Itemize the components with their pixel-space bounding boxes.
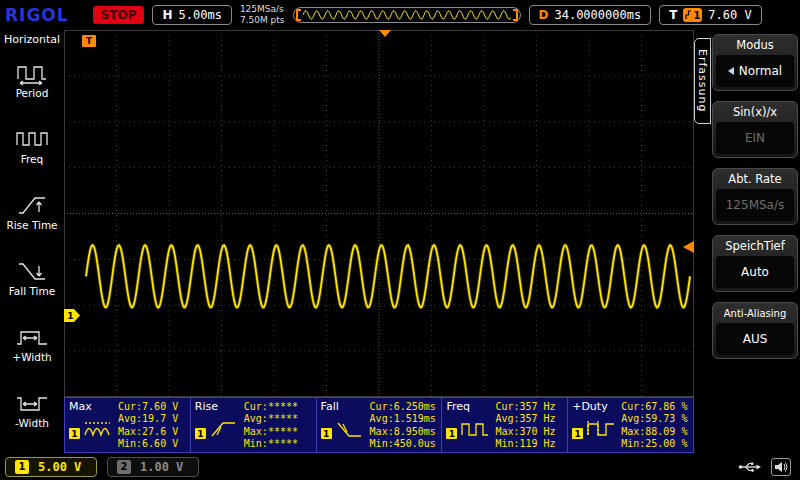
trigger-delay-box[interactable]: D 34.0000000ms bbox=[529, 5, 652, 25]
measure-cur: Cur:7.60 V bbox=[118, 401, 187, 413]
measure-max: Max:370 Hz bbox=[495, 426, 564, 438]
trigger-source-number: 1 bbox=[693, 10, 700, 21]
measure-cur: Cur:357 Hz bbox=[495, 401, 564, 413]
measure-avg: Avg:59.73 % bbox=[621, 413, 690, 425]
top-status-bar: RIGOL STOP H 5.00ms 125MSa/s 7.50M pts D… bbox=[0, 0, 800, 30]
sidebar-item-label: Freq bbox=[21, 154, 44, 165]
sidebar-item-fall-time[interactable]: Fall Time bbox=[0, 245, 64, 311]
sidebar-item-label: +Width bbox=[12, 352, 51, 363]
channel1-scale: 5.00 V bbox=[38, 460, 81, 474]
channel-status-bar: 1 5.00 V 2 1.00 V bbox=[0, 453, 800, 480]
menu-item-anti-aliasing[interactable]: Anti-Aliasing AUS bbox=[712, 302, 798, 359]
duty-measure-icon bbox=[586, 419, 616, 439]
sidebar-item-minus-width[interactable]: -Width bbox=[0, 377, 64, 443]
sidebar-item-label: Fall Time bbox=[9, 286, 55, 297]
delay-label: D bbox=[539, 8, 549, 22]
menu-value-text: AUS bbox=[743, 332, 768, 346]
memory-waveform-preview[interactable] bbox=[293, 7, 521, 23]
measure-min: Min:119 Hz bbox=[495, 438, 564, 450]
menu-sections: Modus Normal Sin(x)/x EIN Abt. Rate 125M… bbox=[712, 34, 798, 359]
measurement-panel-fall[interactable]: Fall 1 Cur:6.250ms Avg:1.519ms Max:8.950… bbox=[317, 398, 443, 452]
channel-badge: 1 bbox=[446, 428, 457, 439]
max-measure-icon bbox=[83, 419, 113, 439]
measurement-name: Rise bbox=[195, 401, 242, 413]
channel2-badge: 2 bbox=[117, 460, 131, 474]
measurement-name: Freq bbox=[446, 401, 493, 413]
menu-item-title: Anti-Aliasing bbox=[716, 306, 794, 323]
measurement-results-bar: Max 1 Cur:7.60 V Avg:19.7 V Max:27.6 V M… bbox=[64, 397, 694, 453]
sidebar-item-label: Rise Time bbox=[6, 220, 57, 231]
sidebar-item-label: Period bbox=[16, 88, 49, 99]
menu-item-value: 125MSa/s bbox=[716, 189, 794, 221]
measure-max: Max:88.09 % bbox=[621, 426, 690, 438]
sidebar-item-rise-time[interactable]: Rise Time bbox=[0, 179, 64, 245]
period-icon bbox=[15, 61, 49, 85]
sample-rate-block: 125MSa/s 7.50M pts bbox=[240, 4, 285, 27]
sidebar-item-period[interactable]: Period bbox=[0, 47, 64, 113]
trigger-status-box[interactable]: T 1 7.60 V bbox=[659, 5, 762, 25]
channel-badge: 1 bbox=[195, 428, 206, 439]
preview-waveform-icon bbox=[303, 8, 511, 22]
trigger-level-marker-icon[interactable] bbox=[683, 241, 694, 253]
trigger-label: T bbox=[669, 8, 677, 22]
rising-edge-icon bbox=[685, 10, 692, 20]
measure-min: Min:6.60 V bbox=[118, 438, 187, 450]
preview-right-bracket-icon bbox=[513, 9, 518, 21]
freq-icon bbox=[15, 127, 49, 151]
channel-badge: 1 bbox=[69, 428, 80, 439]
memory-depth: 7.50M pts bbox=[240, 15, 285, 26]
measurement-panel-rise[interactable]: Rise 1 Cur:***** Avg:***** Max:***** Min… bbox=[191, 398, 317, 452]
trigger-position-marker-icon[interactable] bbox=[379, 30, 391, 37]
run-stop-status[interactable]: STOP bbox=[93, 6, 145, 24]
sidebar-item-plus-width[interactable]: +Width bbox=[0, 311, 64, 377]
menu-value-text: EIN bbox=[745, 131, 765, 145]
freq-measure-icon bbox=[460, 419, 490, 439]
measure-max: Max:***** bbox=[244, 426, 313, 438]
oscilloscope-screen: RIGOL STOP H 5.00ms 125MSa/s 7.50M pts D… bbox=[0, 0, 800, 480]
h-label: H bbox=[162, 8, 172, 22]
menu-item-title: Sin(x)/x bbox=[716, 105, 794, 122]
menu-item-memory-depth[interactable]: SpeichTief Auto bbox=[712, 235, 798, 292]
measure-min: Min:***** bbox=[244, 438, 313, 450]
measure-min: Min:450.0us bbox=[370, 438, 439, 450]
channel1-status[interactable]: 1 5.00 V bbox=[5, 457, 97, 477]
menu-item-value: EIN bbox=[716, 122, 794, 154]
measure-cur: Cur:6.250ms bbox=[370, 401, 439, 413]
speaker-icon bbox=[774, 461, 788, 473]
selected-arrow-icon bbox=[728, 67, 734, 75]
measurement-sidebar: Horizontal Period Freq Rise Time bbox=[0, 30, 64, 453]
channel1-badge: 1 bbox=[15, 460, 29, 474]
trigger-offscreen-marker[interactable]: T bbox=[82, 35, 96, 47]
sidebar-item-label: -Width bbox=[15, 418, 49, 429]
measurement-name: Fall bbox=[321, 401, 368, 413]
waveform-display: T 1 bbox=[64, 30, 694, 397]
measurement-panel-max[interactable]: Max 1 Cur:7.60 V Avg:19.7 V Max:27.6 V M… bbox=[65, 398, 191, 452]
fall-time-icon bbox=[15, 259, 49, 283]
softkey-menu: Erfassung Modus Normal Sin(x)/x EIN Abt.… bbox=[694, 30, 800, 453]
menu-item-sample-rate[interactable]: Abt. Rate 125MSa/s bbox=[712, 168, 798, 225]
channel-badge: 1 bbox=[321, 428, 332, 439]
measurement-panel-duty[interactable]: +Duty 1 Cur:67.86 % Avg:59.73 % Max:88.0… bbox=[568, 398, 693, 452]
channel2-scale: 1.00 V bbox=[140, 460, 183, 474]
sample-rate: 125MSa/s bbox=[240, 4, 285, 15]
horizontal-timebase-box[interactable]: H 5.00ms bbox=[152, 5, 231, 25]
measurement-panel-freq[interactable]: Freq 1 Cur:357 Hz Avg:357 Hz Max:370 Hz … bbox=[442, 398, 568, 452]
timebase-value: 5.00ms bbox=[179, 8, 222, 22]
rise-measure-icon bbox=[209, 419, 239, 439]
measure-min: Min:25.00 % bbox=[621, 438, 690, 450]
menu-tab-acquisition[interactable]: Erfassung bbox=[694, 38, 711, 124]
measure-avg: Avg:19.7 V bbox=[118, 413, 187, 425]
menu-item-title: Abt. Rate bbox=[716, 172, 794, 189]
sidebar-item-freq[interactable]: Freq bbox=[0, 113, 64, 179]
menu-item-value: Normal bbox=[716, 55, 794, 87]
measure-max: Max:8.950ms bbox=[370, 426, 439, 438]
measure-cur: Cur:***** bbox=[244, 401, 313, 413]
rise-time-icon bbox=[15, 193, 49, 217]
rigol-logo: RIGOL bbox=[5, 5, 69, 25]
channel2-status[interactable]: 2 1.00 V bbox=[107, 457, 199, 477]
system-icons bbox=[738, 458, 795, 476]
measurement-name: Max bbox=[69, 401, 116, 413]
menu-item-title: Modus bbox=[716, 38, 794, 55]
menu-item-sinx[interactable]: Sin(x)/x EIN bbox=[712, 101, 798, 158]
menu-item-modus[interactable]: Modus Normal bbox=[712, 34, 798, 91]
